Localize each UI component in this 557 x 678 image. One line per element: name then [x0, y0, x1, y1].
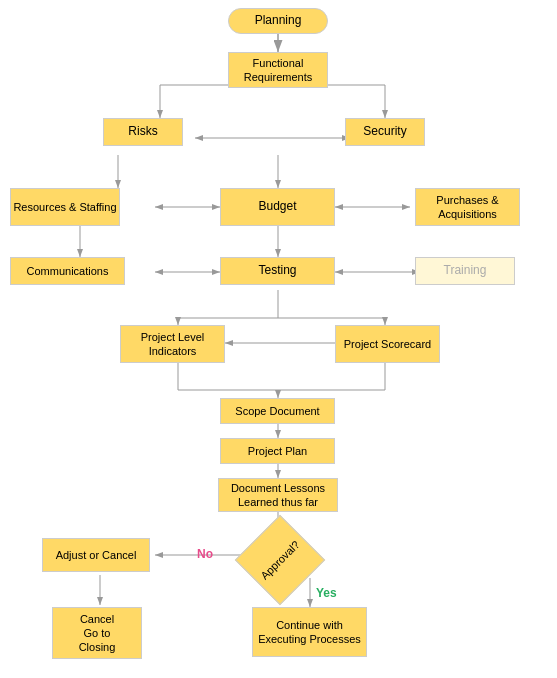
resources-staffing-label: Resources & Staffing — [13, 200, 116, 214]
risks-node: Risks — [103, 118, 183, 146]
testing-label: Testing — [258, 263, 296, 279]
cancel-closing-label: Cancel Go to Closing — [79, 612, 116, 655]
functional-requirements-label: Functional Requirements — [244, 56, 312, 85]
purchases-acquisitions-node: Purchases & Acquisitions — [415, 188, 520, 226]
document-lessons-node: Document Lessons Learned thus far — [218, 478, 338, 512]
security-label: Security — [363, 124, 406, 140]
purchases-acquisitions-label: Purchases & Acquisitions — [436, 193, 498, 222]
communications-label: Communications — [27, 264, 109, 278]
project-scorecard-label: Project Scorecard — [344, 337, 431, 351]
project-level-indicators-node: Project Level Indicators — [120, 325, 225, 363]
approval-node: Approval? — [248, 528, 312, 592]
risks-label: Risks — [128, 124, 157, 140]
project-plan-node: Project Plan — [220, 438, 335, 464]
project-level-indicators-label: Project Level Indicators — [141, 330, 205, 359]
budget-node: Budget — [220, 188, 335, 226]
continue-executing-node: Continue with Executing Processes — [252, 607, 367, 657]
approval-label: Approval? — [257, 537, 302, 582]
project-scorecard-node: Project Scorecard — [335, 325, 440, 363]
planning-label: Planning — [255, 13, 302, 29]
testing-node: Testing — [220, 257, 335, 285]
label-yes: Yes — [316, 586, 337, 600]
adjust-cancel-label: Adjust or Cancel — [56, 548, 137, 562]
cancel-closing-node: Cancel Go to Closing — [52, 607, 142, 659]
functional-requirements-node: Functional Requirements — [228, 52, 328, 88]
budget-label: Budget — [258, 199, 296, 215]
document-lessons-label: Document Lessons Learned thus far — [231, 481, 325, 510]
resources-staffing-node: Resources & Staffing — [10, 188, 120, 226]
continue-executing-label: Continue with Executing Processes — [258, 618, 361, 647]
adjust-cancel-node: Adjust or Cancel — [42, 538, 150, 572]
planning-node: Planning — [228, 8, 328, 34]
scope-document-node: Scope Document — [220, 398, 335, 424]
training-node: Training — [415, 257, 515, 285]
flowchart: Planning Functional Requirements Risks S… — [0, 0, 557, 678]
security-node: Security — [345, 118, 425, 146]
training-label: Training — [444, 263, 487, 279]
scope-document-label: Scope Document — [235, 404, 319, 418]
communications-node: Communications — [10, 257, 125, 285]
label-no: No — [197, 547, 213, 561]
project-plan-label: Project Plan — [248, 444, 307, 458]
